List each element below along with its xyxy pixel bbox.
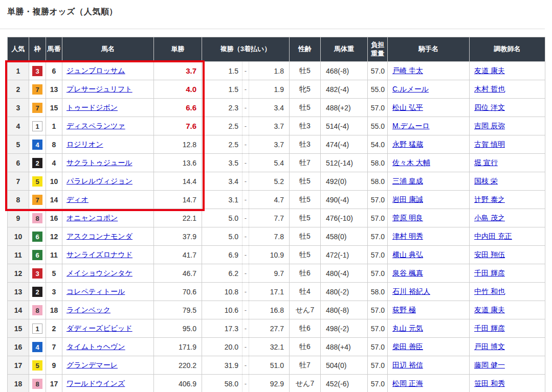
horse-link[interactable]: ジュンブロッサム	[67, 66, 125, 75]
horse-link[interactable]: パラレルヴィジョン	[67, 177, 133, 185]
trainer-link[interactable]: 千田 輝彦	[474, 269, 505, 277]
trainer-link[interactable]: 国枝 栄	[474, 177, 498, 185]
horse-link[interactable]: タイムトゥヘヴン	[67, 342, 125, 351]
horse-number-cell: 12	[46, 227, 62, 246]
carried-weight-cell: 54.0	[368, 135, 388, 154]
trainer-link[interactable]: 友道 康夫	[474, 306, 505, 314]
jockey-link[interactable]: 松岡 正海	[392, 379, 423, 387]
trainer-link[interactable]: 四位 洋文	[474, 103, 505, 111]
trainer-link[interactable]: 千田 輝彦	[474, 324, 505, 332]
trainer-link[interactable]: 古賀 慎明	[474, 140, 505, 148]
horse-name-cell: サンライズロナウド	[62, 246, 154, 264]
horse-weight-cell: 504(0)	[321, 356, 368, 375]
win-odds-cell: 22.1	[154, 209, 202, 227]
jockey-link[interactable]: 松山 弘平	[392, 103, 423, 111]
trainer-link[interactable]: 小島 茂之	[474, 214, 505, 222]
jockey-link[interactable]: 泉谷 楓真	[392, 269, 423, 277]
jockey-link[interactable]: 田辺 裕信	[392, 361, 423, 369]
frame-number-badge: 7	[32, 103, 42, 113]
horse-link[interactable]: メイショウシンタケ	[67, 269, 133, 277]
horse-link[interactable]: ロジリオン	[67, 140, 103, 148]
horse-link[interactable]: プレサージュリフト	[67, 85, 133, 93]
sex-age-cell: 牡5	[290, 209, 321, 227]
trainer-cell: 戸田 博文	[470, 338, 545, 356]
trainer-link[interactable]: 友道 康夫	[474, 66, 505, 75]
rank-cell: 1	[8, 62, 29, 80]
jockey-link[interactable]: 柴田 善臣	[392, 342, 423, 351]
frame-number-badge: 4	[32, 342, 42, 352]
jockey-cell: 三浦 皇成	[388, 172, 470, 191]
place-odds-cell: 3.1-4.7	[202, 191, 290, 209]
jockey-link[interactable]: 永野 猛蔵	[392, 140, 423, 148]
trainer-link[interactable]: 堀 宣行	[474, 158, 498, 167]
frame-number-badge: 7	[32, 195, 42, 205]
trainer-link[interactable]: 中内田 充正	[474, 232, 512, 240]
horse-name-cell: ダディーズビビッド	[62, 319, 154, 338]
horse-weight-cell: 490(-4)	[321, 191, 368, 209]
horse-number-cell: 14	[46, 191, 62, 209]
trainer-cell: 小島 茂之	[470, 209, 545, 227]
horse-link[interactable]: ワールドウインズ	[67, 379, 125, 387]
horse-link[interactable]: ダディーズビビッド	[67, 324, 133, 332]
horse-link[interactable]: ディスペランツァ	[67, 122, 125, 130]
horse-link[interactable]: ディオ	[67, 195, 89, 203]
horse-link[interactable]: アスクコンナモンダ	[67, 232, 133, 240]
trainer-link[interactable]: 辻野 泰之	[474, 195, 505, 203]
jockey-link[interactable]: 岩田 康誠	[392, 195, 423, 203]
frame-number-badge: 1	[32, 324, 42, 334]
horse-link[interactable]: サクラトゥジュール	[67, 158, 133, 167]
frame-number-badge: 5	[32, 360, 42, 371]
table-row: 3715トゥードジボン6.62.3-3.4牡5488(+2)57.0松山 弘平四…	[8, 99, 545, 117]
place-odds-max: 9.7	[249, 269, 289, 278]
frame-number-badge: 2	[32, 287, 42, 297]
jockey-link[interactable]: 菅原 明良	[392, 214, 423, 222]
carried-weight-cell: 57.0	[368, 227, 388, 246]
jockey-cell: 泉谷 楓真	[388, 264, 470, 283]
jockey-link[interactable]: 横山 典弘	[392, 250, 423, 259]
horse-link[interactable]: トゥードジボン	[67, 103, 118, 111]
trainer-link[interactable]: 中竹 和也	[474, 287, 505, 295]
jockey-link[interactable]: M.デムーロ	[392, 122, 430, 130]
horse-weight-cell: 488(+4)	[321, 338, 368, 356]
jockey-link[interactable]: 石川 裕紀人	[392, 287, 430, 295]
rank-cell: 18	[8, 375, 29, 392]
trainer-link[interactable]: 木村 哲也	[474, 85, 505, 93]
horse-link[interactable]: オニャンコポン	[67, 214, 118, 222]
trainer-link[interactable]: 藤岡 健一	[474, 361, 505, 369]
jockey-link[interactable]: 津村 明秀	[392, 232, 423, 240]
place-odds-range: 3.4-5.2	[202, 172, 289, 190]
trainer-link[interactable]: 吉岡 辰弥	[474, 122, 505, 130]
jockey-link[interactable]: 三浦 皇成	[392, 177, 423, 185]
trainer-link[interactable]: 笹田 和秀	[474, 379, 505, 387]
place-odds-dash: -	[242, 283, 249, 301]
place-odds-max: 7.8	[249, 233, 289, 241]
frame-cell: 5	[29, 356, 46, 375]
jockey-link[interactable]: 丸山 元気	[392, 324, 423, 332]
jockey-link[interactable]: 戸崎 圭太	[392, 66, 423, 75]
win-odds-cell: 3.7	[154, 62, 202, 80]
place-odds-cell: 3.4-5.2	[202, 172, 290, 191]
trainer-cell: 辻野 泰之	[470, 191, 545, 209]
rank-cell: 8	[8, 191, 29, 209]
place-odds-cell: 20.0-32.1	[202, 338, 290, 356]
trainer-link[interactable]: 安田 翔伍	[474, 250, 505, 259]
horse-link[interactable]: サンライズロナウド	[67, 250, 133, 259]
place-odds-min: 2.5	[202, 122, 242, 130]
jockey-link[interactable]: 佐々木 大輔	[392, 158, 430, 167]
horse-link[interactable]: グランデマーレ	[67, 361, 118, 369]
horse-weight-cell: 482(-4)	[321, 80, 368, 99]
horse-weight-cell: 476(-10)	[321, 209, 368, 227]
col-header-place: 複勝（3着払い）	[202, 37, 290, 62]
win-odds-cell: 95.0	[154, 319, 202, 338]
horse-name-cell: タイムトゥヘヴン	[62, 338, 154, 356]
trainer-link[interactable]: 戸田 博文	[474, 342, 505, 351]
trainer-cell: 安田 翔伍	[470, 246, 545, 264]
jockey-link[interactable]: C.ルメール	[392, 85, 429, 93]
sex-age-cell: 牡5	[290, 99, 321, 117]
jockey-link[interactable]: 荻野 極	[392, 306, 416, 314]
trainer-cell: 堀 宣行	[470, 154, 545, 172]
horse-link[interactable]: ラインベック	[67, 306, 111, 314]
frame-number-badge: 7	[32, 84, 42, 95]
horse-link[interactable]: コレペティトール	[67, 287, 125, 295]
frame-number-badge: 6	[32, 232, 42, 242]
